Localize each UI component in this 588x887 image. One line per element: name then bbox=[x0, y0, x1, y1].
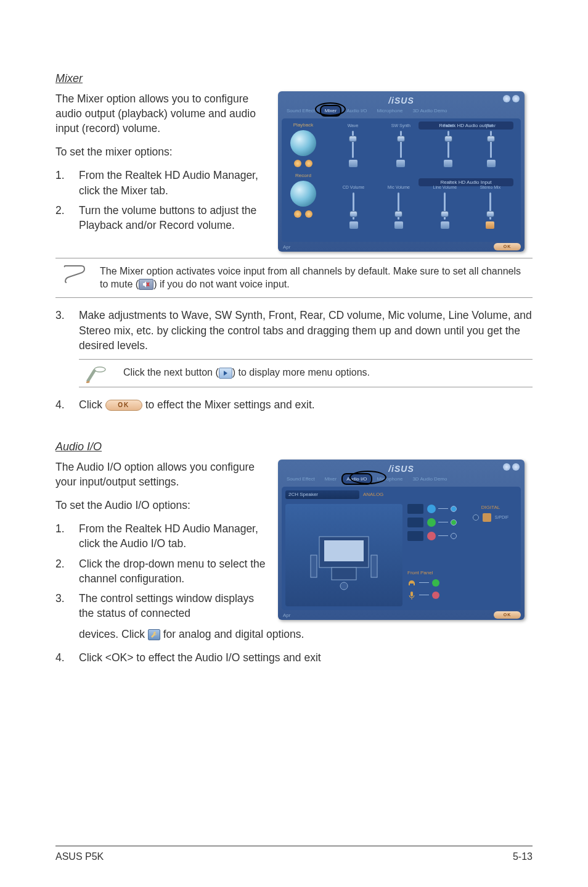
mute-button[interactable] bbox=[305, 160, 312, 167]
jack-pink[interactable] bbox=[427, 532, 436, 540]
mute-button[interactable] bbox=[305, 210, 312, 218]
step-number: 4. bbox=[55, 397, 79, 412]
channel-mute[interactable] bbox=[486, 221, 494, 229]
volume-slider[interactable] bbox=[447, 131, 449, 158]
jack-green[interactable] bbox=[427, 518, 436, 527]
slider-label: SW Synth bbox=[391, 123, 410, 129]
tab-microphone[interactable]: Microphone bbox=[374, 106, 407, 115]
callout-circle bbox=[349, 471, 386, 484]
mute-button[interactable] bbox=[294, 210, 301, 218]
front-jack-green[interactable] bbox=[432, 579, 439, 587]
audio-io-step-1: From the Realtek HD Audio Manager, click… bbox=[79, 521, 267, 551]
front-jack-pink[interactable] bbox=[432, 592, 439, 599]
digital-label: DIGITAL bbox=[464, 504, 517, 511]
step-number: 1. bbox=[55, 168, 79, 183]
audio-io-step-3-partial: The control settings window displays the… bbox=[79, 591, 267, 621]
svg-rect-4 bbox=[324, 540, 364, 561]
tab-audio-io[interactable]: Audio I/O bbox=[343, 106, 370, 115]
mixer-step-3: Make adjustments to Wave, SW Synth, Fron… bbox=[79, 308, 533, 352]
channel-mute[interactable] bbox=[444, 160, 452, 167]
panel-footer: Apr bbox=[283, 612, 290, 619]
speaker-scene bbox=[285, 504, 402, 606]
note-text: Click the next button () to display more… bbox=[123, 363, 533, 382]
playback-label: Playback bbox=[285, 122, 322, 128]
mute-button[interactable] bbox=[294, 160, 301, 167]
headphone-icon bbox=[407, 579, 416, 587]
step-number: 3. bbox=[55, 308, 79, 352]
step-number: 2. bbox=[55, 556, 79, 571]
wrench-icon bbox=[148, 629, 160, 640]
brand-logo: /iSUS bbox=[388, 95, 414, 107]
mute-icon bbox=[139, 279, 153, 290]
tab-sound-effect[interactable]: Sound Effect bbox=[283, 474, 319, 484]
volume-slider[interactable] bbox=[398, 192, 399, 220]
slider-label: Mic Volume bbox=[388, 184, 410, 191]
audio-io-heading: Audio I/O bbox=[55, 439, 533, 455]
svg-point-2 bbox=[94, 367, 105, 372]
panel-footer: Apr bbox=[283, 244, 290, 250]
tab-3d-audio-demo[interactable]: 3D Audio Demo bbox=[409, 106, 451, 115]
step-number: 4. bbox=[55, 650, 79, 665]
ok-button[interactable]: OK bbox=[494, 243, 521, 250]
mixer-heading: Mixer bbox=[55, 71, 533, 86]
mixer-screenshot: /iSUS Sound Effect Mixer Audio I/O Micro… bbox=[278, 91, 525, 252]
volume-slider[interactable] bbox=[489, 192, 491, 220]
brand-logo: /iSUS bbox=[388, 463, 414, 475]
jack-blue[interactable] bbox=[427, 505, 436, 513]
jack-slot[interactable] bbox=[407, 531, 423, 541]
mixer-step-2: Turn the volume buttons to adjust the Pl… bbox=[79, 203, 267, 233]
mixer-intro: The Mixer option allows you to configure… bbox=[55, 91, 267, 136]
front-panel-label: Front Panel bbox=[407, 569, 463, 576]
channel-select[interactable]: 2CH Speaker bbox=[285, 490, 359, 499]
svg-rect-9 bbox=[410, 592, 413, 596]
svg-point-8 bbox=[340, 582, 348, 590]
volume-slider[interactable] bbox=[490, 131, 492, 158]
audio-io-step-2: Click the drop-down menu to select the c… bbox=[79, 556, 267, 586]
step-number: 3. bbox=[55, 591, 79, 621]
jack-slot[interactable] bbox=[407, 504, 423, 514]
ok-icon: OK bbox=[105, 400, 142, 411]
audio-io-lead: To set the Audio I/O options: bbox=[55, 498, 267, 513]
volume-slider[interactable] bbox=[352, 131, 354, 158]
slider-label: Rear bbox=[486, 123, 496, 129]
svg-rect-7 bbox=[371, 555, 377, 577]
slider-label: CD Volume bbox=[343, 184, 364, 191]
note-icon bbox=[63, 262, 100, 283]
step-number: 2. bbox=[55, 203, 79, 218]
mic-icon bbox=[407, 591, 416, 600]
audio-io-step-4: Click <OK> to effect the Audio I/O setti… bbox=[79, 650, 321, 665]
digital-jack[interactable] bbox=[473, 514, 479, 521]
mixer-step-1: From the Realtek HD Audio Manager, click… bbox=[79, 168, 267, 197]
slider-label: Line Volume bbox=[433, 184, 457, 191]
footer-left: ASUS P5K bbox=[55, 850, 104, 864]
record-volume-knob[interactable] bbox=[290, 181, 316, 207]
callout-circle bbox=[315, 102, 346, 116]
analog-label: ANALOG bbox=[363, 491, 383, 498]
channel-mute[interactable] bbox=[441, 221, 449, 229]
record-label: Record bbox=[285, 172, 322, 179]
footer-right: 5-13 bbox=[513, 850, 533, 864]
ok-button[interactable]: OK bbox=[494, 611, 521, 619]
next-icon bbox=[219, 368, 232, 379]
channel-mute[interactable] bbox=[394, 221, 403, 229]
volume-slider[interactable] bbox=[353, 192, 354, 220]
volume-slider[interactable] bbox=[444, 192, 446, 220]
channel-mute[interactable] bbox=[349, 160, 357, 167]
jack-slot[interactable] bbox=[407, 518, 423, 527]
channel-mute[interactable] bbox=[487, 160, 496, 167]
note-text: The Mixer option activates voice input f… bbox=[100, 262, 533, 294]
mixer-lead: To set the mixer options: bbox=[55, 144, 267, 159]
tab-sound-effect[interactable]: Sound Effect bbox=[283, 106, 319, 115]
note-icon bbox=[86, 363, 123, 383]
window-controls[interactable] bbox=[503, 95, 520, 102]
channel-mute[interactable] bbox=[396, 160, 405, 167]
tab-mixer[interactable]: Mixer bbox=[321, 474, 341, 484]
slider-label: Stereo Mix bbox=[480, 184, 500, 191]
tab-3d-audio-demo[interactable]: 3D Audio Demo bbox=[409, 474, 451, 484]
channel-mute[interactable] bbox=[349, 221, 358, 229]
volume-slider[interactable] bbox=[400, 131, 402, 158]
audio-io-step-3-cont: The control settings window displays the… bbox=[79, 627, 304, 642]
playback-volume-knob[interactable] bbox=[290, 130, 316, 156]
audio-io-intro: The Audio I/O option allows you configur… bbox=[55, 460, 267, 489]
window-controls[interactable] bbox=[503, 463, 520, 471]
